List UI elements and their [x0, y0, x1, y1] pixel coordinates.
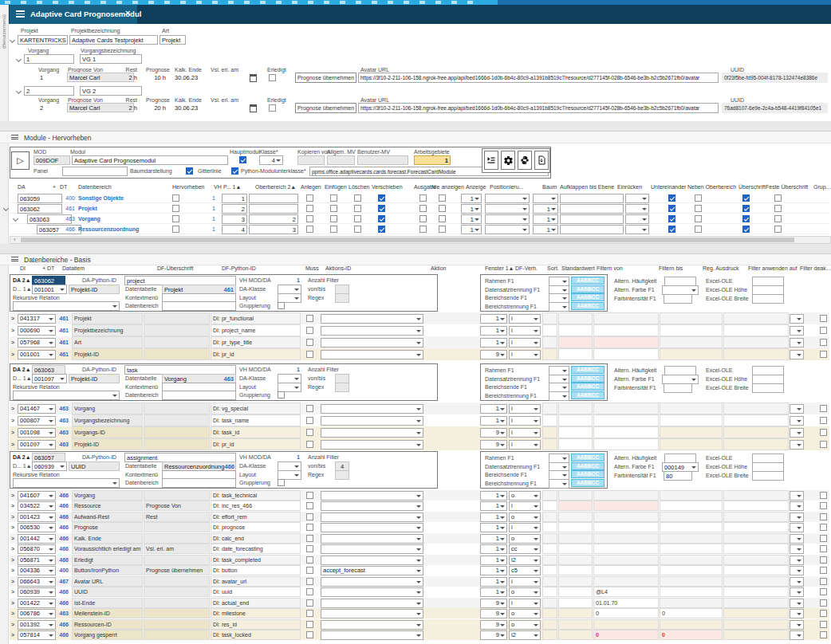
sort-cell[interactable] [542, 312, 557, 324]
filtern-bis-cell[interactable] [660, 402, 723, 414]
standardwert-cell[interactable] [558, 438, 593, 450]
vorgangsbezeichnung-field[interactable]: VG 2 [80, 86, 142, 96]
filtern-bis-cell[interactable] [660, 576, 723, 587]
row-expand-chevron[interactable] [13, 216, 18, 222]
filtern-von-cell[interactable] [593, 533, 659, 544]
standardwert-cell[interactable] [558, 630, 593, 640]
filtern-von-cell[interactable] [593, 501, 659, 511]
aktion-select[interactable] [321, 599, 423, 608]
aufklappen-field[interactable] [560, 225, 624, 234]
ausgabe-checkbox[interactable] [419, 226, 427, 233]
filter-anwenden-select[interactable] [790, 491, 804, 501]
df-verh-select[interactable]: i2 [509, 630, 541, 640]
filtern-bis-cell[interactable] [660, 501, 723, 511]
vorgangsbezeichnung-field[interactable]: VG 1 [80, 54, 142, 64]
erledigt-checkbox[interactable] [269, 104, 276, 112]
filter-deaktiviert-checkbox[interactable] [820, 492, 827, 499]
loeschen-checkbox[interactable] [354, 215, 361, 222]
fenster-select[interactable]: 1 [480, 501, 507, 511]
di-name-field[interactable]: Projekt-ID [69, 374, 120, 383]
panel-field[interactable] [62, 167, 128, 176]
regex-field[interactable] [335, 293, 349, 303]
df-verh-select[interactable]: i [509, 440, 541, 450]
muss-checkbox[interactable] [306, 429, 313, 436]
bereichsende-color-field[interactable]: AABBCC [571, 470, 605, 478]
filter-anwenden-select[interactable] [790, 501, 804, 511]
bereichstrennung-select[interactable] [549, 479, 569, 489]
module-section-menu-icon[interactable] [11, 135, 18, 141]
export-document-icon[interactable] [534, 151, 549, 170]
muss-checkbox[interactable] [306, 405, 313, 412]
aktion-select[interactable] [321, 609, 423, 618]
row-expand-chevron[interactable]: > [11, 493, 14, 498]
di-select[interactable]: 056871 [18, 556, 56, 565]
avatar-url-field[interactable]: https://3f10-2-211-106-158.ngrok-free.ap… [358, 73, 719, 83]
fenster-select[interactable]: 9 [480, 440, 507, 450]
verschieben-checkbox[interactable] [378, 215, 385, 222]
reg-ausdruck-cell[interactable] [723, 522, 789, 532]
filtern-von-cell[interactable] [593, 414, 659, 426]
project-expand-chevron[interactable] [10, 37, 15, 43]
row-expand-chevron[interactable]: > [11, 611, 14, 616]
filter-deaktiviert-checkbox[interactable] [820, 588, 827, 595]
di-select[interactable]: 060939 [18, 587, 56, 597]
filtern-von-cell[interactable] [593, 426, 659, 438]
fenster-select[interactable]: 1 [480, 534, 507, 544]
einruecken-select[interactable] [625, 225, 649, 234]
standardwert-cell[interactable] [558, 522, 593, 532]
row-expand-chevron[interactable]: > [11, 567, 14, 573]
filtern-von-cell[interactable] [593, 512, 659, 522]
muss-checkbox[interactable] [306, 578, 313, 585]
filtern-von-cell[interactable] [593, 312, 659, 324]
standardwert-cell[interactable] [558, 555, 593, 565]
fenster-select[interactable]: 1 [480, 556, 507, 565]
df-verh-select[interactable]: i [509, 428, 541, 438]
sort-cell[interactable] [542, 426, 557, 438]
rahmen-color-field[interactable]: AABBCC [571, 454, 605, 461]
df-verh-select[interactable]: o [509, 609, 541, 618]
di-select[interactable]: 066643 [18, 577, 56, 587]
sort-cell[interactable] [542, 438, 557, 450]
df-verh-select[interactable]: i [509, 350, 541, 359]
einfuegen-checkbox[interactable] [330, 226, 337, 233]
filtern-bis-cell[interactable]: 0 [660, 608, 723, 618]
row-expand-chevron[interactable]: > [11, 503, 14, 509]
filter-anwenden-select[interactable] [790, 577, 804, 587]
oberbereich-field[interactable]: 2 [249, 214, 298, 224]
task-expand-chevron[interactable] [16, 88, 22, 94]
sort-cell[interactable] [542, 501, 557, 511]
excel-ole-breite-field[interactable] [752, 471, 784, 481]
filtern-bis-cell[interactable] [660, 555, 723, 565]
filter-anwenden-select[interactable] [790, 566, 804, 575]
run-module-button[interactable]: ▷ [11, 151, 30, 170]
fenster-select[interactable]: 9 [480, 630, 507, 640]
filter-deaktiviert-checkbox[interactable] [820, 545, 827, 552]
muss-checkbox[interactable] [306, 599, 313, 607]
hauptmodul-checkbox[interactable] [239, 156, 246, 163]
positionierung-select[interactable] [485, 214, 530, 224]
anlegen-checkbox[interactable] [306, 205, 313, 212]
row-expand-chevron[interactable]: > [11, 589, 14, 595]
fenster-select[interactable]: 9 [480, 609, 507, 618]
oberbereich-field[interactable]: 3 [249, 225, 298, 234]
filtern-bis-cell[interactable] [660, 598, 723, 608]
di-select[interactable]: 034522 [18, 501, 56, 511]
fenster-select[interactable]: 1 [480, 577, 507, 587]
aktion-select[interactable] [321, 556, 423, 565]
loeschen-checkbox[interactable] [354, 205, 361, 212]
aktion-select[interactable] [321, 620, 423, 630]
fenster-select[interactable]: 1 [480, 544, 507, 554]
aktion-select[interactable] [321, 587, 423, 597]
row-expand-chevron[interactable]: > [11, 442, 14, 447]
datenbereiche-menu-icon[interactable] [11, 257, 18, 263]
fenster-select[interactable]: 1 [480, 338, 507, 348]
anlegen-checkbox[interactable] [306, 226, 313, 233]
aktion-select[interactable] [321, 314, 423, 324]
sort-cell[interactable] [542, 414, 557, 426]
filter-anwenden-select[interactable] [790, 556, 804, 565]
mod-field[interactable]: 009DOF [33, 155, 70, 165]
farbintensitaet-field[interactable]: 80 [664, 471, 692, 481]
filter-anwenden-select[interactable] [790, 534, 804, 544]
modul-field[interactable]: Adaptive Card Prognosemodul [72, 155, 228, 165]
standardwert-cell[interactable] [558, 490, 593, 501]
